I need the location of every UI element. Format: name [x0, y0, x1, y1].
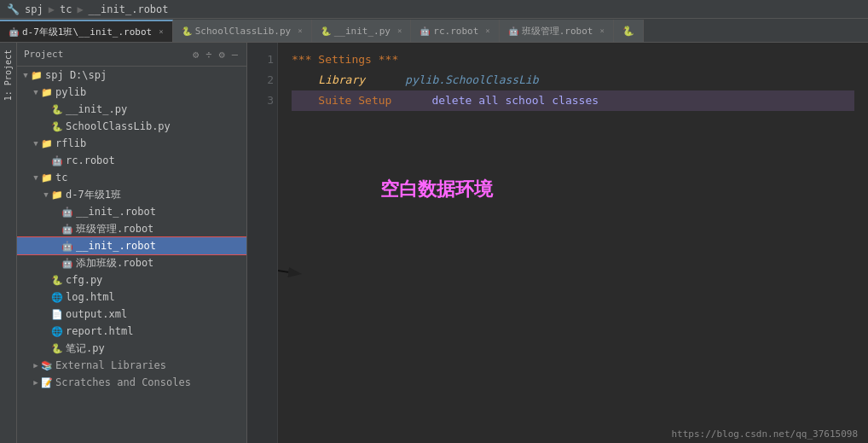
- title-icon: 🔧: [7, 3, 20, 15]
- tab-init-robot[interactable]: 🤖 d-7年级1班\__init_.robot ×: [0, 20, 173, 42]
- tree-label: 班级管理.robot: [76, 222, 153, 236]
- arrow-icon: ▼: [20, 71, 31, 79]
- tree-item-class-mgmt[interactable]: 🤖 班级管理.robot: [17, 220, 246, 237]
- suite-keyword: Suite Setup: [318, 90, 391, 111]
- tree-item-pylib[interactable]: ▼ 📁 pylib: [17, 84, 246, 101]
- tree-label: log.html: [66, 291, 115, 303]
- line-number-3: 3: [251, 90, 274, 111]
- line-number-2: 2: [251, 70, 274, 90]
- arrow-icon: ▶: [31, 378, 41, 387]
- sidebar-title: Project: [24, 49, 188, 60]
- tab-close-btn[interactable]: ×: [298, 26, 302, 35]
- lib-name: pylib.SchoolClassLib: [405, 70, 539, 90]
- arrow-icon: ▼: [31, 139, 41, 148]
- arrow-icon: ▼: [41, 190, 51, 199]
- library-keyword: Library: [318, 70, 365, 90]
- title-file: __init_.robot: [89, 3, 169, 15]
- sidebar: Project ⚙ ÷ ⚙ — ▼ 📁 spj D:\spj ▼ 📁 pylib: [17, 43, 247, 443]
- folder-icon: 📁: [41, 138, 53, 149]
- tree-label: spj D:\spj: [45, 69, 107, 81]
- main-area: 1: Project Project ⚙ ÷ ⚙ — ▼ 📁 spj D:\sp…: [0, 43, 868, 443]
- py-icon: 🐍: [51, 121, 63, 132]
- sidebar-action-gear[interactable]: ⚙: [217, 49, 227, 61]
- tab-init-py[interactable]: 🐍 __init_.py ×: [312, 20, 412, 42]
- annotation-container: 空白数据环境: [380, 179, 493, 202]
- annotation-text: 空白数据环境: [380, 178, 493, 200]
- html-icon: 🌐: [51, 326, 63, 337]
- tab-bar: 🤖 d-7年级1班\__init_.robot × 🐍 SchoolClassL…: [0, 19, 868, 43]
- folder-icon: 📁: [41, 87, 53, 98]
- tree-label: __init_.py: [66, 103, 127, 115]
- tab-school-class-lib[interactable]: 🐍 SchoolClassLib.py ×: [173, 20, 312, 42]
- tree-item-schoolclasslib[interactable]: 🐍 SchoolClassLib.py: [17, 118, 246, 135]
- tab-more-label: 🐍: [622, 26, 634, 37]
- sidebar-header: Project ⚙ ÷ ⚙ —: [17, 43, 246, 67]
- tree-item-init-robot-selected[interactable]: 🤖 __init_.robot: [17, 237, 246, 254]
- tab-close-btn[interactable]: ×: [599, 26, 604, 35]
- sidebar-action-settings[interactable]: ⚙: [191, 49, 200, 61]
- title-bar: 🔧 spj ▶ tc ▶ __init_.robot: [0, 0, 868, 19]
- tree-item-rc-robot[interactable]: 🤖 rc.robot: [17, 152, 246, 169]
- sidebar-action-layout[interactable]: ÷: [204, 49, 213, 61]
- tab-label: d-7年级1班\__init_.robot: [22, 26, 152, 38]
- line-number-1: 1: [251, 50, 274, 70]
- tree-item-tc[interactable]: ▼ 📁 tc: [17, 169, 246, 186]
- tree-item-log-html[interactable]: 🌐 log.html: [17, 289, 246, 306]
- project-strip-tab[interactable]: 1: Project: [2, 43, 14, 108]
- delete-keyword: delete all school classes: [431, 90, 599, 111]
- tree-item-rflib[interactable]: ▼ 📁 rflib: [17, 135, 246, 152]
- arrow-icon: ▼: [31, 88, 41, 96]
- editor-area: 1 2 3 *** Settings *** Library pylib.Sch…: [247, 43, 868, 443]
- tree-label: rc.robot: [66, 154, 115, 166]
- code-line-2: Library pylib.SchoolClassLib: [292, 70, 854, 90]
- tree-label: report.html: [66, 325, 133, 337]
- tree-item-add-class[interactable]: 🤖 添加班级.robot: [17, 254, 246, 271]
- tree-item-grade7[interactable]: ▼ 📁 d-7年级1班: [17, 186, 246, 203]
- tree-item-init-py[interactable]: 🐍 __init_.py: [17, 101, 246, 118]
- py-icon: 🐍: [51, 343, 63, 354]
- code-area: 1 2 3 *** Settings *** Library pylib.Sch…: [247, 43, 868, 443]
- tree-label: Scratches and Consoles: [55, 376, 191, 388]
- left-strip: 1: Project: [0, 43, 17, 443]
- tab-close-btn[interactable]: ×: [485, 26, 489, 35]
- tab-label: SchoolClassLib.py: [195, 26, 292, 37]
- tree-label: 添加班级.robot: [76, 256, 153, 271]
- code-content[interactable]: *** Settings *** Library pylib.SchoolCla…: [278, 43, 868, 443]
- project-tree: ▼ 📁 spj D:\spj ▼ 📁 pylib 🐍 __init_.py: [17, 67, 246, 443]
- tab-more[interactable]: 🐍: [614, 20, 644, 42]
- py-icon: 🐍: [51, 275, 63, 286]
- tree-label: pylib: [55, 86, 86, 98]
- url-bar: https://blog.csdn.net/qq_37615098: [671, 428, 858, 440]
- tree-item-notes-py[interactable]: 🐍 笔记.py: [17, 340, 246, 357]
- tree-item-ext-libs[interactable]: ▶ 📚 External Libraries: [17, 357, 246, 374]
- tree-item-cfg-py[interactable]: 🐍 cfg.py: [17, 271, 246, 289]
- tab-rc-robot[interactable]: 🤖 rc.robot ×: [411, 20, 499, 42]
- title-tc: tc: [60, 3, 72, 15]
- tree-item-report-html[interactable]: 🌐 report.html: [17, 323, 246, 340]
- tree-label: d-7年级1班: [66, 188, 121, 202]
- py-icon: 🐍: [51, 104, 63, 115]
- tree-item-output-xml[interactable]: 📄 output.xml: [17, 306, 246, 323]
- tab-close-btn[interactable]: ×: [159, 27, 163, 36]
- tree-item-scratches[interactable]: ▶ 📝 Scratches and Consoles: [17, 374, 246, 391]
- tree-label: 笔记.py: [66, 341, 105, 356]
- tree-item-init-robot-1[interactable]: 🤖 __init_.robot: [17, 203, 246, 220]
- html-icon: 🌐: [51, 292, 63, 303]
- tab-robot-icon: 🤖: [9, 27, 19, 37]
- xml-icon: 📄: [51, 309, 63, 320]
- sidebar-action-collapse[interactable]: —: [230, 49, 240, 61]
- robot-icon: 🤖: [61, 207, 73, 218]
- tree-label: rflib: [55, 137, 86, 149]
- tab-robot-icon: 🤖: [420, 26, 430, 36]
- tree-label: cfg.py: [66, 274, 102, 286]
- tab-close-btn[interactable]: ×: [397, 26, 402, 35]
- robot-icon: 🤖: [61, 224, 73, 235]
- scratches-icon: 📝: [41, 377, 53, 388]
- robot-icon: 🤖: [51, 155, 63, 166]
- tab-class-mgmt[interactable]: 🤖 班级管理.robot ×: [500, 20, 614, 42]
- settings-stars: ***: [292, 50, 318, 70]
- tree-item-spj[interactable]: ▼ 📁 spj D:\spj: [17, 67, 246, 84]
- annotation-arrow: [278, 230, 312, 299]
- arrow-icon: ▶: [31, 361, 41, 370]
- title-project: spj: [25, 3, 43, 15]
